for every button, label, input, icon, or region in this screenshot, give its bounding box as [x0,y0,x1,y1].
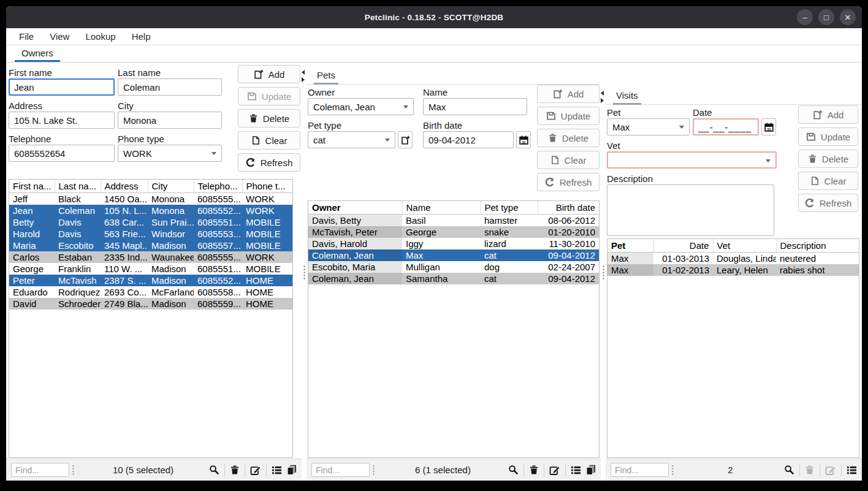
menu-file[interactable]: File [11,31,42,42]
address-input[interactable] [9,112,115,129]
table-row[interactable]: Max01-02-2013Leary, Helenrabies shot [607,264,859,276]
collapse-left-icon[interactable] [601,91,604,96]
menu-view[interactable]: View [42,31,77,42]
visits-clear-button[interactable]: Clear [798,172,858,190]
table-row[interactable]: Coleman, JeanSamanthacat09-04-2012 [308,273,599,284]
close-button[interactable]: ✕ [840,9,856,25]
visits-update-button[interactable]: Update [798,128,858,146]
table-row[interactable]: Davis, BettyBasilhamster08-06-2012 [308,215,599,227]
owners-pets-splitter[interactable] [302,63,306,481]
table-row[interactable]: Davis, HaroldIggylizard11-30-2010 [308,238,599,249]
owners-add-button[interactable]: Add [238,65,300,83]
phone-type-combo[interactable]: WORK [118,145,222,162]
maximize-button[interactable]: □ [818,9,834,25]
column-header[interactable]: Date [653,239,713,253]
pets-visits-splitter[interactable] [601,63,606,481]
owners-status-duplicate-button[interactable] [287,465,297,475]
pets-status-delete-button[interactable] [529,465,539,475]
first-name-input[interactable] [9,78,115,96]
table-row[interactable]: EduardoRodriquez2693 Co...McFarland60855… [9,286,292,298]
last-name-input[interactable] [118,78,222,96]
visit-date-input[interactable] [693,118,759,135]
visit-description-textarea[interactable] [607,185,774,236]
tab-owners[interactable]: Owners [15,45,60,62]
column-header[interactable]: Description [776,239,859,253]
table-row[interactable]: DavidSchroeder2749 Bla...Madison6085559.… [9,298,292,310]
collapse-right-icon[interactable] [302,77,305,82]
tab-pets[interactable]: Pets [314,67,338,85]
table-row[interactable]: HaroldDavis563 Frie...Windsor6085553...M… [9,228,292,240]
pets-status-search-button[interactable] [508,465,519,475]
column-header[interactable]: Birth date [538,201,599,215]
pets-update-button[interactable]: Update [537,107,600,125]
pet-type-combo[interactable]: cat [308,131,395,148]
city-input[interactable] [118,112,222,129]
table-row[interactable]: GeorgeFranklin110 W. ...Madison6085551..… [9,263,292,275]
collapse-left-icon[interactable] [302,70,305,75]
pets-status-duplicate-button[interactable] [586,465,596,475]
pets-status-list-button[interactable] [571,465,581,475]
column-header[interactable]: First na... [9,180,55,193]
pet-type-add-button[interactable] [398,131,413,148]
pets-status-edit-button[interactable] [549,465,560,476]
table-row[interactable]: Max01-03-2013Douglas, Lindaneutered [607,253,859,265]
menu-lookup[interactable]: Lookup [77,31,123,42]
table-row[interactable]: PeterMcTavish2387 S. ...Madison6085552..… [9,275,292,286]
visits-status-delete-button[interactable] [805,465,815,475]
drag-grip-icon[interactable] [373,465,375,476]
visits-add-button[interactable]: Add [798,105,858,124]
table-row[interactable]: CarlosEstaban2335 Ind...Waunakee6085555.… [9,251,292,263]
owners-status-delete-button[interactable] [230,465,240,475]
table-row[interactable]: Escobito, MariaMulligandog02-24-2007 [308,261,599,273]
menu-help[interactable]: Help [124,31,159,42]
birth-date-input[interactable] [423,131,514,148]
pet-name-input[interactable] [423,98,527,115]
column-header[interactable]: Last na... [55,180,101,193]
pets-refresh-button[interactable]: Refresh [537,173,600,191]
column-header[interactable]: Telepho... [194,180,242,193]
minimize-button[interactable]: – [797,9,813,25]
owners-status-list-button[interactable] [272,465,282,475]
birth-date-calendar-button[interactable] [516,131,531,148]
owners-update-button[interactable]: Update [238,87,300,105]
pets-add-button[interactable]: Add [537,85,600,103]
visits-delete-button[interactable]: Delete [798,150,858,168]
pet-owner-combo[interactable]: Coleman, Jean [308,98,414,115]
visit-pet-combo[interactable]: Max [607,118,690,135]
tab-visits[interactable]: Visits [613,88,641,105]
column-header[interactable]: Address [101,180,148,193]
column-header[interactable]: Owner [308,201,402,215]
visits-refresh-button[interactable]: Refresh [798,194,858,212]
column-header[interactable]: Pet type [481,201,538,215]
column-header[interactable]: Pet [607,239,653,253]
column-header[interactable]: Phone t... [242,180,292,193]
visits-status-edit-button[interactable] [825,465,836,476]
column-header[interactable]: City [148,180,194,193]
column-header[interactable]: Vet [713,239,776,253]
owners-clear-button[interactable]: Clear [238,131,300,150]
table-row[interactable]: MariaEscobito345 Mapl...Madison6085557..… [9,240,292,251]
visits-find-input[interactable] [611,463,669,477]
owners-delete-button[interactable]: Delete [238,109,300,128]
pets-clear-button[interactable]: Clear [537,151,600,169]
visits-status-list-button[interactable] [847,465,857,475]
drag-grip-icon[interactable] [672,465,674,476]
pets-find-input[interactable] [311,463,370,477]
visit-date-calendar-button[interactable] [761,118,776,135]
table-row[interactable]: JeanColeman105 N. L...Monona6085552...WO… [9,205,292,216]
visit-vet-combo[interactable] [607,151,777,169]
column-header[interactable]: Name [402,201,481,215]
owners-status-search-button[interactable] [209,465,219,475]
pets-delete-button[interactable]: Delete [537,129,600,147]
table-row[interactable]: BettyDavis638 Car...Sun Prai...6085551..… [9,216,292,228]
table-row[interactable]: McTavish, PeterGeorgesnake01-20-2010 [308,226,599,238]
splitter-grip-icon[interactable] [303,265,305,280]
table-row[interactable]: JeffBlack1450 Oa...Monona6085555...WORK [9,193,292,205]
collapse-right-icon[interactable] [601,98,604,103]
owners-refresh-button[interactable]: Refresh [238,153,300,172]
table-row[interactable]: Coleman, JeanMaxcat09-04-2012 [308,249,599,261]
drag-grip-icon[interactable] [72,465,74,476]
owners-status-edit-button[interactable] [250,465,261,476]
visits-status-search-button[interactable] [784,465,794,475]
owners-find-input[interactable] [11,463,69,477]
